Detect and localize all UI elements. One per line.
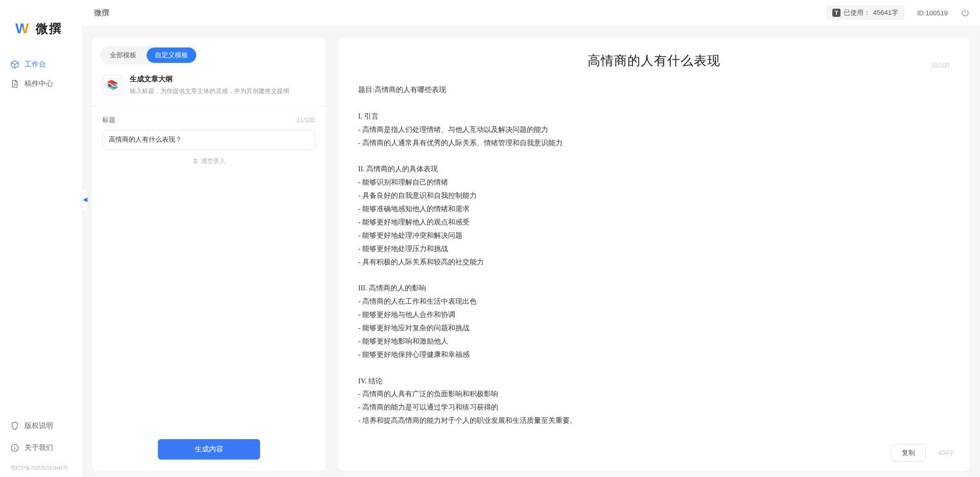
power-button[interactable] (961, 8, 970, 17)
sidebar: W 微撰 工作台 稿件中心 版权说明 关于我们 (0, 0, 82, 477)
nav-label: 版权说明 (25, 421, 53, 430)
output-body[interactable]: 题目:高情商的人有哪些表现 I. 引言 - 高情商是指人们处理情绪、与他人互动以… (338, 74, 970, 438)
user-id: ID:100519 (917, 9, 948, 17)
icp-text: 鄂ICP备2022016946号 (0, 460, 82, 472)
logo[interactable]: W 微撰 (0, 10, 82, 55)
books-icon: 📚 (107, 79, 118, 90)
output-title-count: 10/100 (930, 62, 949, 69)
input-panel: 全部模板 自定义模板 📚 生成文章大纲 输入标题，为你提供文章主体的灵感，并为其… (92, 38, 325, 471)
tab-custom-templates[interactable]: 自定义模板 (147, 48, 196, 63)
power-icon (961, 8, 970, 17)
nav-copyright[interactable]: 版权说明 (0, 416, 82, 436)
output-panel: 高情商的人有什么表现 10/100 题目:高情商的人有哪些表现 I. 引言 - … (338, 38, 970, 471)
topbar: 微撰 T 已使用： 45641字 ID:100519 (82, 0, 980, 26)
template-title: 生成文章大纲 (130, 75, 289, 84)
nav-about[interactable]: 关于我们 (0, 438, 82, 458)
shield-icon (10, 421, 19, 430)
quota-icon: T (832, 9, 841, 17)
usage-badge[interactable]: T 已使用： 45641字 (826, 6, 904, 20)
trash-icon (192, 158, 199, 165)
template-tabs: 全部模板 自定义模板 (100, 46, 198, 64)
usage-prefix: 已使用： (844, 8, 870, 17)
document-icon (10, 79, 19, 88)
logo-icon: W (15, 20, 32, 37)
clear-label: 清空录入 (201, 157, 225, 166)
cube-icon (10, 60, 19, 69)
title-label: 标题 (102, 116, 115, 125)
nav-drafts[interactable]: 稿件中心 (0, 74, 82, 94)
output-word-count: 404字 (938, 449, 954, 458)
title-input[interactable] (102, 130, 315, 150)
chevron-left-icon: ◀ (83, 196, 87, 203)
title-char-count: 11/100 (296, 117, 315, 124)
output-title: 高情商的人有什么表现 (358, 52, 949, 69)
clear-input-button[interactable]: 清空录入 (102, 150, 315, 166)
sidebar-collapse-handle[interactable]: ◀ (82, 189, 88, 210)
nav-label: 稿件中心 (25, 79, 53, 88)
nav-label: 工作台 (25, 60, 46, 69)
nav-label: 关于我们 (25, 443, 53, 452)
nav-workspace[interactable]: 工作台 (0, 55, 82, 74)
tab-all-templates[interactable]: 全部模板 (102, 48, 145, 63)
info-icon (10, 443, 19, 452)
generate-button[interactable]: 生成内容 (158, 439, 260, 460)
template-icon: 📚 (102, 75, 123, 95)
logo-text: 微撰 (36, 20, 62, 37)
template-card: 📚 生成文章大纲 输入标题，为你提供文章主体的灵感，并为其创建推文提纲 (92, 64, 325, 101)
copy-button[interactable]: 复制 (891, 444, 926, 462)
page-title: 微撰 (92, 8, 109, 18)
usage-value: 45641字 (873, 8, 898, 17)
template-desc: 输入标题，为你提供文章主体的灵感，并为其创建推文提纲 (130, 87, 289, 96)
